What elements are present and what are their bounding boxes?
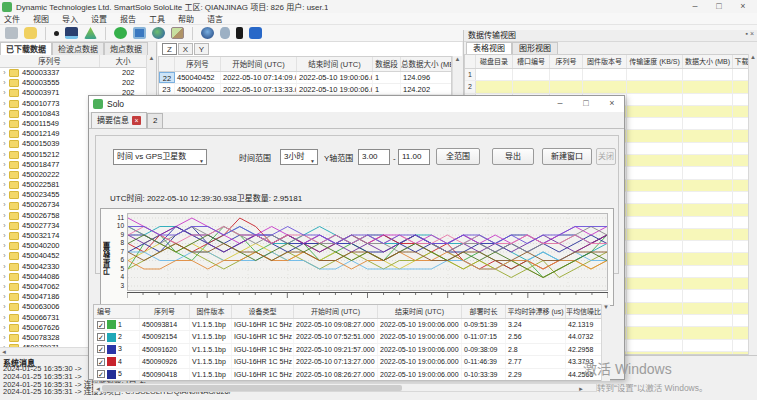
menu-file[interactable]: 文件	[4, 13, 20, 24]
col-serial[interactable]: 序列号	[140, 305, 190, 318]
table-row[interactable]: 224500404522022-05-10 07:14:09.0002022-0…	[159, 72, 451, 84]
close-button[interactable]: ×	[731, 0, 755, 13]
expander-icon[interactable]: ›	[0, 272, 9, 282]
tab-downloaded-data[interactable]: 已下载数据	[0, 42, 52, 55]
axis-tab-z[interactable]: Z	[162, 43, 177, 55]
expander-icon[interactable]: ›	[0, 241, 9, 251]
col-downloaded[interactable]: 下载的数据 (MB)	[733, 55, 749, 68]
expander-icon[interactable]: ›	[0, 292, 9, 302]
col-start-time[interactable]: 开始时间 (UTC)	[221, 57, 297, 71]
y-min-input[interactable]: 3.00	[358, 149, 390, 165]
expander-icon[interactable]: ›	[0, 282, 9, 292]
expander-icon[interactable]: ›	[0, 231, 9, 241]
col-end-time[interactable]: 结束时间 (UTC)	[378, 305, 462, 318]
help-icon[interactable]	[249, 27, 262, 39]
menu-help[interactable]: 帮助	[178, 13, 194, 24]
col-firmware[interactable]: 固件版本号	[583, 55, 627, 68]
menu-language[interactable]: 语言	[207, 13, 223, 24]
col-segments[interactable]: 数据段	[373, 57, 401, 71]
expander-icon[interactable]: ›	[0, 262, 9, 272]
col-num[interactable]: 编号	[94, 305, 140, 318]
row-number[interactable]: 22	[159, 72, 175, 83]
expander-icon[interactable]: ›	[0, 78, 9, 88]
col-speed[interactable]: 传输速度 (KB/S)	[627, 55, 683, 68]
new-window-button[interactable]: 新建窗口	[542, 148, 592, 165]
col-end-time[interactable]: 结束时间 (UTC)	[297, 57, 373, 71]
col-start-time[interactable]: 开始时间 (UTC)	[294, 305, 378, 318]
axis-tab-y[interactable]: Y	[194, 43, 209, 55]
col-slot-no[interactable]: 槽口编号	[513, 55, 550, 68]
device-row[interactable]: ✓2450092154V1.1.5.1bpIGU-16HR 1C 5Hz2022…	[94, 331, 607, 343]
tab-graph-view[interactable]: 图形视图	[512, 42, 558, 54]
phone-icon[interactable]	[236, 27, 243, 39]
checkbox-checked-icon[interactable]: ✓	[97, 333, 105, 341]
expander-icon[interactable]: ›	[0, 129, 9, 139]
expander-icon[interactable]: ›	[0, 119, 9, 129]
expander-icon[interactable]: ›	[0, 180, 9, 190]
device-row[interactable]: ✓1450093814V1.1.5.1bpIGU-16HR 1C 5Hz2022…	[94, 319, 607, 331]
minimize-button[interactable]: –	[683, 0, 707, 13]
col-serial[interactable]: 序列号	[175, 57, 221, 71]
device-row[interactable]: ✓4450090926V1.1.5.1bpIGU-16HR 1C 5Hz2022…	[94, 356, 607, 368]
expander-icon[interactable]: ›	[0, 302, 9, 312]
tab-close-icon[interactable]: ×	[132, 116, 141, 125]
expander-icon[interactable]: ›	[0, 139, 9, 149]
hscroll-thumb[interactable]	[102, 385, 402, 391]
y-max-input[interactable]: 11.00	[398, 149, 430, 165]
expander-icon[interactable]: ›	[0, 190, 9, 200]
col-serial[interactable]: 序列号	[550, 55, 583, 68]
transfer-row[interactable]: 1	[465, 69, 748, 81]
menu-tools[interactable]: 工具	[149, 13, 165, 24]
expander-icon[interactable]: ›	[0, 88, 9, 98]
tree-header-serial[interactable]: 序列号	[0, 55, 100, 67]
tab-2[interactable]: 2	[147, 113, 163, 128]
expander-icon[interactable]: ›	[0, 211, 9, 221]
pin-icon[interactable]: ▪ ×	[745, 30, 754, 37]
full-range-button[interactable]: 全范围	[436, 148, 480, 165]
globe-icon[interactable]	[152, 27, 165, 39]
device-row[interactable]: ✓3450091620V1.1.5.1bpIGU-16HR 1C 5Hz2022…	[94, 344, 607, 356]
image-icon[interactable]	[171, 27, 184, 39]
expander-icon[interactable]: ›	[0, 251, 9, 261]
tab-summary-info[interactable]: 摘要信息 ×	[91, 112, 147, 128]
menu-report[interactable]: 报告	[120, 13, 136, 24]
col-device-type[interactable]: 设备类型	[232, 305, 294, 318]
device-table-hscrollbar[interactable]: ◄ ►	[93, 383, 597, 392]
satellite-chart[interactable]: 卫星数量 34567891011	[100, 208, 614, 306]
col-deploy-duration[interactable]: 部署时长	[462, 305, 506, 318]
expander-icon[interactable]: ›	[0, 221, 9, 231]
expander-icon[interactable]: ›	[0, 323, 9, 333]
dialog-maximize-button[interactable]: □	[580, 96, 592, 112]
disk-icon[interactable]	[65, 27, 78, 39]
device-table-vscrollbar[interactable]: ▼	[601, 304, 610, 381]
expander-icon[interactable]: ›	[0, 150, 9, 160]
tree-row[interactable]: ›450003555202	[0, 78, 147, 88]
tab-receiver-point-data[interactable]: 检波点数据	[52, 42, 104, 55]
col-disk-dir[interactable]: 磁盘目录	[476, 55, 513, 68]
col-total-size[interactable]: 总数据大小 (MB)	[401, 57, 452, 71]
tree-header-size[interactable]: 大小	[100, 55, 147, 67]
expander-icon[interactable]: ›	[0, 313, 9, 323]
transfer-vscrollbar[interactable]: ▲	[748, 54, 757, 355]
checkbox-checked-icon[interactable]: ✓	[97, 345, 105, 353]
dialog-minimize-button[interactable]: –	[554, 96, 566, 112]
checkbox-checked-icon[interactable]: ✓	[97, 321, 105, 329]
folder-icon[interactable]	[24, 27, 37, 39]
menu-settings[interactable]: 设置	[91, 13, 107, 24]
checkbox-checked-icon[interactable]: ✓	[97, 370, 105, 378]
expander-icon[interactable]: ›	[0, 200, 9, 210]
chart-plot-area[interactable]	[127, 213, 608, 291]
tab-table-view[interactable]: 表格视图	[466, 42, 512, 54]
expander-icon[interactable]: ›	[0, 99, 9, 109]
expander-icon[interactable]: ›	[0, 109, 9, 119]
expander-icon[interactable]: ›	[0, 333, 9, 343]
menu-view[interactable]: 视图	[33, 13, 49, 24]
device-row[interactable]: ✓5450090418V1.1.5.1bpIGU-16HR 1C 5Hz2022…	[94, 369, 607, 381]
checkbox-checked-icon[interactable]: ✓	[97, 358, 105, 366]
chart-icon[interactable]	[84, 27, 97, 39]
expander-icon[interactable]: ›	[0, 170, 9, 180]
tab-shot-point-data[interactable]: 炮点数据	[104, 42, 148, 55]
close-plot-button[interactable]: 关闭	[596, 148, 616, 165]
monitor-icon[interactable]	[133, 27, 146, 39]
plot-type-select[interactable]: 时间 vs GPS卫星数 ▼	[113, 149, 207, 165]
